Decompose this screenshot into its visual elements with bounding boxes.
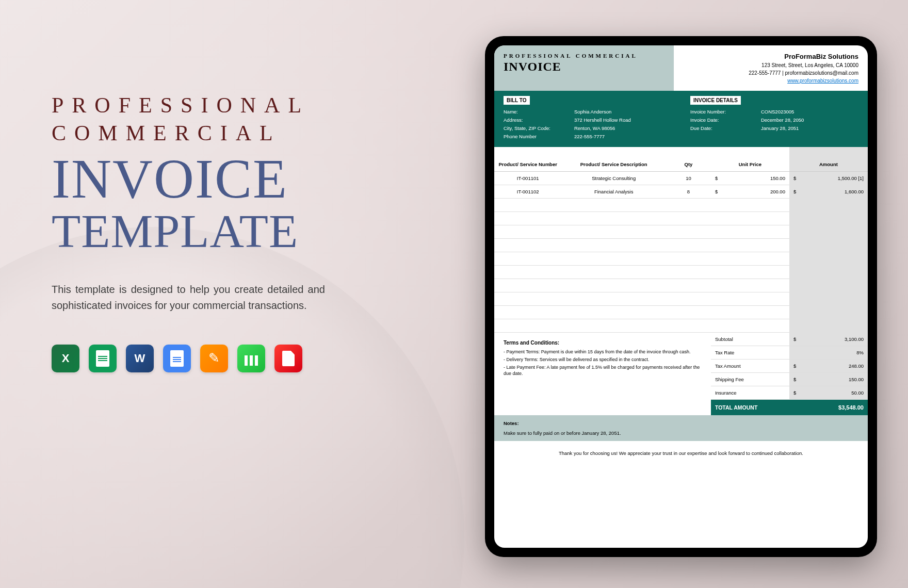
cell-amount [789,292,868,306]
cell-unit-price: $150.00 [711,175,789,181]
description-text: This template is designed to help you cr… [52,282,325,314]
field-value: Sophia Anderson [574,109,672,115]
field-value: January 28, 2051 [761,125,858,131]
line-item-row: IT-001102Financial Analysis8$200.00$1,60… [494,185,868,199]
info-band: BILL TO Name:Sophia AndersonAddress:372 … [494,91,868,147]
term-line: - Late Payment Fee: A late payment fee o… [504,364,702,377]
title-line2: COMMERCIAL [52,121,340,145]
col-unit-price: Unit Price [711,161,789,167]
company-info: ProFormaBiz Solutions 123 Street, Street… [674,45,868,91]
cell-amount: $1,500.00 [1] [789,172,868,185]
cell-number: IT-001102 [494,189,561,194]
cell-amount [789,225,868,239]
summary-value: $248.00 [789,360,868,372]
bill-to-row: City, State, ZIP Code:Renton, WA 98056 [504,125,672,131]
cell-qty: 10 [666,175,711,181]
apple-numbers-icon[interactable] [237,345,265,372]
invoice-title-small: PROFESSIONAL COMMERCIAL [504,53,664,59]
google-docs-icon[interactable] [163,345,191,372]
invoice-details-heading: INVOICE DETAILS [690,96,741,105]
field-label: Invoice Date: [690,117,761,123]
field-value: December 28, 2050 [761,117,858,123]
summary-row: Subtotal$3,100.00 [711,333,868,346]
cell-amount [789,199,868,212]
invoice-title-block: PROFESSIONAL COMMERCIAL INVOICE [494,45,674,91]
cell-amount [789,266,868,279]
bill-to-row: Name:Sophia Anderson [504,109,672,115]
summary-block: Subtotal$3,100.00Tax Rate8%Tax Amount$24… [711,333,868,415]
field-value: 372 Hershell Hollow Road [574,117,672,123]
company-website-link[interactable]: www.proformabizsolutions.com [787,78,858,84]
summary-value: $150.00 [789,373,868,386]
bill-to-block: BILL TO Name:Sophia AndersonAddress:372 … [494,96,681,142]
company-address: 123 Street, Street, Los Angeles, CA 1000… [683,62,858,68]
empty-row [494,266,868,279]
cell-desc: Financial Analysis [561,189,666,194]
cell-number: IT-001101 [494,175,561,181]
empty-row [494,279,868,292]
summary-label: Tax Rate [711,350,789,355]
bill-to-heading: BILL TO [504,96,530,105]
company-name: ProFormaBiz Solutions [683,53,858,60]
promo-panel: PROFESSIONAL COMMERCIAL INVOICE TEMPLATE… [21,31,340,557]
cell-amount [789,239,868,252]
word-icon[interactable] [126,345,154,372]
empty-row [494,292,868,306]
summary-value: $50.00 [789,386,868,399]
bill-to-row: Address:372 Hershell Hollow Road [504,117,672,123]
cell-amount [789,319,868,333]
empty-row [494,225,868,239]
table-header-row: Product/ Service Number Product/ Service… [494,147,868,172]
summary-row: Insurance$50.00 [711,386,868,400]
summary-label: Subtotal [711,336,789,342]
excel-icon[interactable] [52,345,79,372]
col-amount: Amount [789,147,868,171]
apple-pages-icon[interactable] [200,345,228,372]
cell-qty: 8 [666,189,711,194]
cell-amount: $1,600.00 [789,185,868,199]
google-sheets-icon[interactable] [89,345,117,372]
bill-to-row: Phone Number222-555-7777 [504,134,672,139]
field-label: Name: [504,109,574,115]
title-line4: TEMPLATE [52,207,340,256]
field-label: Invoice Number: [690,109,761,115]
empty-row [494,306,868,319]
terms-block: Terms and Conditions: - Payment Terms: P… [494,333,711,415]
field-label: Due Date: [690,125,761,131]
format-icons-row [52,345,340,372]
title-line1: PROFESSIONAL [52,93,340,118]
empty-row [494,239,868,252]
thank-you-text: Thank you for choosing us! We appreciate… [494,441,868,463]
empty-row [494,319,868,333]
col-product-number: Product/ Service Number [494,161,561,167]
cell-amount [789,252,868,266]
cell-amount [789,212,868,225]
term-line: - Delivery Terms: Services will be deliv… [504,356,702,363]
empty-row [494,199,868,212]
line-item-row: IT-001101Strategic Consulting10$150.00$1… [494,172,868,185]
empty-row [494,252,868,266]
pdf-icon[interactable] [274,345,302,372]
summary-label: Shipping Fee [711,377,789,382]
cell-amount [789,306,868,319]
tablet-mockup: PROFESSIONAL COMMERCIAL INVOICE ProForma… [485,36,877,557]
term-line: - Payment Terms: Payment is due within 1… [504,349,702,355]
cell-desc: Strategic Consulting [561,175,666,181]
col-description: Product/ Service Description [561,161,666,167]
title-line3: INVOICE [52,151,340,207]
notes-block: Notes: Make sure to fully paid on or bef… [494,415,868,441]
field-label: City, State, ZIP Code: [504,125,574,131]
invoice-details-block: INVOICE DETAILS Invoice Number:CONS20230… [681,96,868,142]
summary-row: Tax Rate8% [711,346,868,360]
total-value: $3,548.00 [789,404,868,411]
summary-value: 8% [789,346,868,359]
summary-label: Insurance [711,390,789,396]
cell-amount [789,279,868,292]
field-value: 222-555-7777 [574,134,672,139]
detail-row: Invoice Number:CONS2023005 [690,109,858,115]
invoice-document: PROFESSIONAL COMMERCIAL INVOICE ProForma… [494,45,868,548]
notes-heading: Notes: [504,420,858,426]
notes-text: Make sure to fully paid on or before Jan… [504,430,858,436]
company-contact: 222-555-7777 | proformabizsolutions@mail… [683,70,858,76]
summary-label: Tax Amount [711,363,789,369]
